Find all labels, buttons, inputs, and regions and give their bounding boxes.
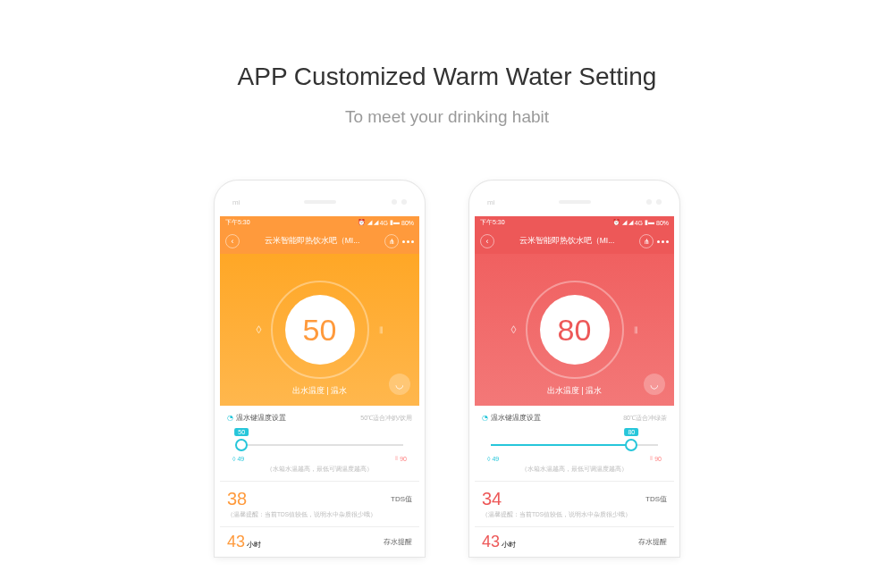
storage-label: 存水提醒 [638, 537, 667, 547]
mi-logo: mi [232, 198, 240, 206]
water-temp-label: 出水温度 | 温水 [547, 385, 602, 397]
settings-title: ◔ 温水键温度设置 [227, 413, 286, 423]
drop-icon: ◊ [487, 456, 490, 462]
storage-label: 存水提醒 [384, 537, 412, 547]
cup-icon: ◔ [227, 414, 233, 422]
slider-max: ⦀90 [650, 455, 662, 462]
storage-value: 43 小时 [227, 533, 261, 551]
heat-icon: ⦀ [634, 324, 638, 336]
share-button[interactable]: ⋔ [384, 234, 399, 248]
temperature-value: 50 [303, 313, 337, 348]
more-button[interactable] [657, 240, 669, 243]
storage-value: 43 小时 [482, 533, 516, 551]
water-drop-icon: ◊ [511, 323, 517, 336]
tds-note: （温馨提醒：当前TDS值较低，说明水中杂质很少哦） [227, 511, 412, 519]
heat-icon: ⦀ [379, 324, 384, 336]
more-button[interactable] [402, 240, 414, 243]
slider-min: ◊49 [487, 455, 499, 462]
temperature-slider[interactable]: 50 [227, 432, 412, 453]
temperature-unit: °C [334, 315, 343, 323]
status-icons: ⏰ ◢ ◢ 4G ▮▬ 80% [358, 219, 414, 226]
cup-button[interactable]: ◡ [644, 374, 665, 395]
slider-max: ⦀90 [395, 455, 407, 462]
heat-icon: ⦀ [650, 455, 653, 462]
share-button[interactable]: ⋔ [639, 234, 654, 248]
page-subtitle: To meet your drinking habit [0, 107, 894, 127]
cup-icon: ◔ [482, 414, 488, 422]
phone-speaker [559, 200, 591, 204]
cup-button[interactable]: ◡ [389, 374, 410, 395]
tds-value: 34 [482, 489, 502, 509]
tds-label: TDS值 [645, 494, 667, 504]
slider-note: （水箱水温越高，最低可调温度越高） [227, 466, 412, 474]
phone-speaker [304, 200, 336, 204]
status-time: 下午5:30 [480, 218, 505, 227]
status-time: 下午5:30 [225, 218, 250, 227]
temperature-unit: °C [589, 315, 598, 323]
back-button[interactable]: ‹ [480, 234, 494, 248]
temperature-dial[interactable]: ◊ ⦀ 80 °C [526, 281, 624, 379]
status-icons: ⏰ ◢ ◢ 4G ▮▬ 80% [612, 219, 669, 226]
settings-title: ◔ 温水键温度设置 [482, 413, 541, 423]
app-title: 云米智能即热饮水吧（MI... [494, 236, 639, 247]
temperature-slider[interactable]: 80 [482, 432, 667, 453]
slider-note: （水箱水温越高，最低可调温度越高） [482, 466, 667, 474]
temperature-dial[interactable]: ◊ ⦀ 50 °C [271, 281, 369, 379]
heat-icon: ⦀ [395, 455, 398, 462]
phone-mockup-left: mi 下午5:30 ⏰ ◢ ◢ 4G ▮▬ 80% ‹ 云米智能即热饮水吧（MI… [215, 181, 425, 557]
back-button[interactable]: ‹ [225, 234, 240, 248]
phone-mockup-right: mi 下午5:30 ⏰ ◢ ◢ 4G ▮▬ 80% ‹ 云米智能即热饮水吧（MI… [469, 181, 679, 557]
water-temp-label: 出水温度 | 温水 [292, 385, 347, 397]
page-title: APP Customized Warm Water Setting [0, 63, 894, 91]
settings-hint: 50℃适合冲奶/饮用 [360, 414, 412, 423]
settings-hint: 80℃适合冲绿茶 [623, 414, 667, 423]
slider-min: ◊49 [232, 455, 244, 462]
tds-label: TDS值 [391, 494, 412, 504]
tds-value: 38 [227, 489, 247, 509]
app-title: 云米智能即热饮水吧（MI... [240, 236, 384, 247]
tds-note: （温馨提醒：当前TDS值较低，说明水中杂质很少哦） [482, 511, 667, 519]
temperature-value: 80 [558, 313, 592, 348]
mi-logo: mi [487, 198, 494, 206]
water-drop-icon: ◊ [257, 323, 262, 336]
drop-icon: ◊ [232, 456, 235, 462]
